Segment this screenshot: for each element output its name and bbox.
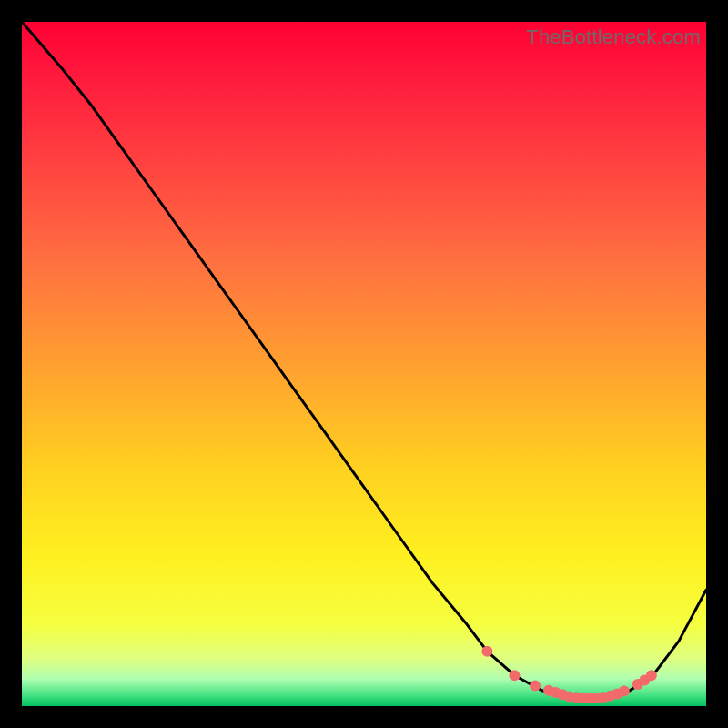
marker-dot	[481, 646, 492, 657]
chart-svg	[22, 22, 706, 706]
chart-frame: TheBottleneck.com	[22, 22, 706, 706]
marker-dot	[646, 670, 657, 681]
marker-dot	[509, 670, 520, 681]
chart-background	[22, 22, 706, 706]
watermark-label: TheBottleneck.com	[526, 25, 701, 49]
marker-dot	[530, 680, 541, 691]
marker-dot	[619, 686, 630, 697]
